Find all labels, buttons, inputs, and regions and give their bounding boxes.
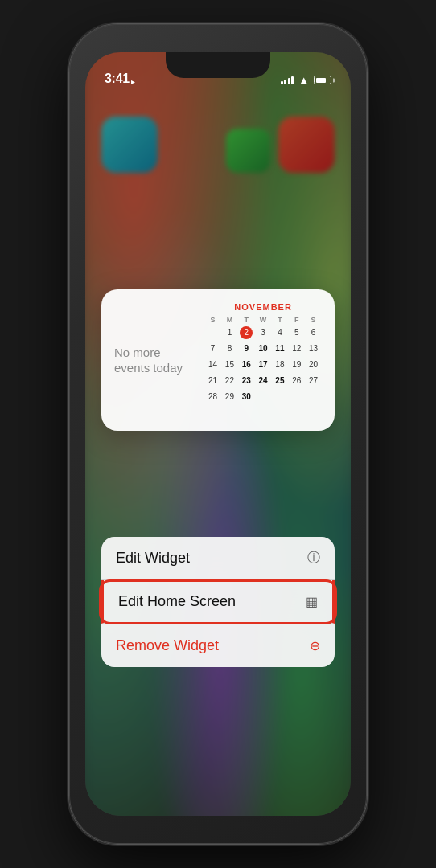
cal-day-14: 14 <box>204 357 221 373</box>
cal-day-30: 30 <box>238 389 255 405</box>
cal-day-empty4 <box>288 389 305 405</box>
cal-day-5: 5 <box>288 325 305 341</box>
cal-header-s2: S <box>305 315 322 325</box>
cal-day-9: 9 <box>238 341 255 357</box>
phone-frame: 3:41 ▸ ▲ No more events today <box>69 24 367 844</box>
signal-bar-2 <box>284 80 286 84</box>
cal-day-4: 4 <box>272 325 289 341</box>
status-time: 3:41 <box>105 72 130 86</box>
battery-fill <box>316 78 327 83</box>
edit-home-screen-label: Edit Home Screen <box>118 593 236 610</box>
cal-day-26: 26 <box>288 373 305 389</box>
cal-day-empty1 <box>204 325 221 341</box>
cal-day-empty2 <box>255 389 272 405</box>
calendar-no-events: No more events today <box>114 302 198 418</box>
cal-day-empty3 <box>272 389 289 405</box>
signal-icon <box>281 76 294 84</box>
cal-day-7: 7 <box>204 341 221 357</box>
cal-day-25: 25 <box>272 373 289 389</box>
info-icon: ⓘ <box>307 550 320 567</box>
cal-day-16: 16 <box>238 357 255 373</box>
cal-day-3: 3 <box>255 325 272 341</box>
cal-day-11: 11 <box>272 341 289 357</box>
menu-item-edit-home-wrapper: Edit Home Screen ▦ <box>101 580 335 624</box>
remove-widget-label: Remove Widget <box>116 637 219 654</box>
cal-day-27: 27 <box>305 373 322 389</box>
cal-day-21: 21 <box>204 373 221 389</box>
menu-item-edit-home-screen[interactable]: Edit Home Screen ▦ <box>101 580 335 624</box>
cal-day-15: 15 <box>221 357 238 373</box>
cal-day-empty6 <box>204 405 221 418</box>
cal-day-17: 17 <box>255 357 272 373</box>
cal-day-8: 8 <box>221 341 238 357</box>
status-icons: ▲ <box>281 74 331 86</box>
cal-day-1: 1 <box>221 325 238 341</box>
calendar-widget[interactable]: No more events today NOVEMBER S M T W T … <box>101 289 335 431</box>
cal-day-10: 10 <box>255 341 272 357</box>
calendar-days-grid: S M T W T F S 1 2 3 4 5 6 7 <box>204 315 322 418</box>
home-screen-icon: ▦ <box>306 594 318 609</box>
cal-day-24: 24 <box>255 373 272 389</box>
location-icon: ▸ <box>131 77 135 86</box>
context-overlay <box>85 52 351 816</box>
cal-day-18: 18 <box>272 357 289 373</box>
cal-day-12: 12 <box>288 341 305 357</box>
signal-bar-4 <box>291 76 294 84</box>
phone-screen: 3:41 ▸ ▲ No more events today <box>85 52 351 816</box>
context-menu: Edit Widget ⓘ Edit Home Screen ▦ Remove … <box>101 537 335 667</box>
cal-header-t2: T <box>272 315 289 325</box>
cal-header-m: M <box>221 315 238 325</box>
cal-day-28: 28 <box>204 389 221 405</box>
cal-header-f: F <box>288 315 305 325</box>
cal-day-empty5 <box>305 389 322 405</box>
remove-icon: ⊖ <box>310 638 320 653</box>
cal-day-23: 23 <box>238 373 255 389</box>
no-events-text: No more events today <box>114 345 198 376</box>
signal-bar-3 <box>288 78 290 84</box>
cal-header-w: W <box>255 315 272 325</box>
cal-header-s1: S <box>204 315 221 325</box>
cal-day-6: 6 <box>305 325 322 341</box>
cal-day-20: 20 <box>305 357 322 373</box>
cal-header-t1: T <box>238 315 255 325</box>
cal-day-19: 19 <box>288 357 305 373</box>
cal-day-13: 13 <box>305 341 322 357</box>
notch <box>166 52 270 78</box>
menu-item-remove-widget[interactable]: Remove Widget ⊖ <box>101 624 335 667</box>
cal-day-29: 29 <box>221 389 238 405</box>
wifi-icon: ▲ <box>298 74 309 86</box>
cal-day-2-today: 2 <box>240 326 253 339</box>
edit-widget-label: Edit Widget <box>116 550 190 567</box>
signal-bar-1 <box>281 81 283 84</box>
battery-icon <box>314 76 331 84</box>
calendar-grid: NOVEMBER S M T W T F S 1 2 3 4 5 <box>204 302 322 418</box>
calendar-month: NOVEMBER <box>204 302 322 312</box>
cal-day-22: 22 <box>221 373 238 389</box>
menu-item-edit-widget[interactable]: Edit Widget ⓘ <box>101 537 335 580</box>
